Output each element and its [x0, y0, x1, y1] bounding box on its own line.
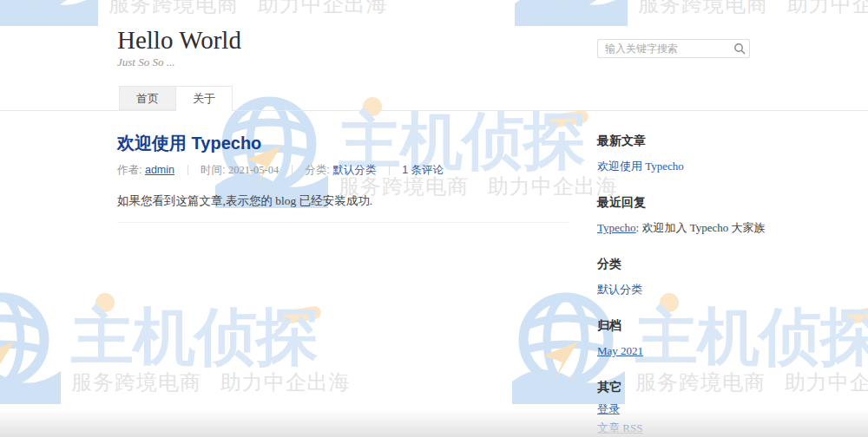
main-nav: 首页 关于 — [119, 86, 233, 111]
recent-comment-item: Typecho: 欢迎加入 Typecho 大家族 — [597, 222, 849, 233]
author-label: 作者: — [117, 164, 141, 176]
sidebar-section-recent-comments: 最近回复 Typecho: 欢迎加入 Typecho 大家族 — [597, 196, 849, 233]
sidebar-section-categories: 分类 默认分类 — [597, 258, 849, 295]
sidebar-heading-categories: 分类 — [597, 258, 849, 270]
nav-tab-home[interactable]: 首页 — [119, 86, 175, 110]
category-link[interactable]: 默认分类 — [332, 164, 376, 176]
category-sidebar-link[interactable]: 默认分类 — [597, 284, 849, 295]
post-meta: 作者: admin 时间: 2021-05-04 分类: 默认分类 1 条评论 — [117, 163, 569, 178]
meta-separator — [292, 165, 293, 175]
comment-author-link[interactable]: Typecho — [597, 221, 636, 234]
post-body: 如果您看到这篇文章,表示您的 blog 已经安装成功. — [117, 192, 569, 210]
comment-text: : 欢迎加入 Typecho 大家族 — [636, 221, 766, 234]
author-link[interactable]: admin — [145, 164, 174, 176]
search-form — [597, 39, 750, 58]
post-date: 2021-05-04 — [228, 164, 279, 176]
sidebar-section-archives: 归档 May 2021 — [597, 319, 849, 356]
login-link[interactable]: 登录 — [597, 403, 849, 414]
nav-tab-about[interactable]: 关于 — [175, 86, 233, 111]
site-subtitle: Just So So ... — [117, 55, 174, 69]
meta-separator — [187, 165, 188, 175]
sidebar: 最新文章 欢迎使用 Typecho 最近回复 Typecho: 欢迎加入 Typ… — [597, 134, 849, 437]
post-divider — [117, 222, 569, 223]
latest-post-link[interactable]: 欢迎使用 Typecho — [597, 160, 849, 172]
sidebar-section-misc: 其它 登录 文章 RSS — [597, 381, 849, 434]
post-title-link[interactable]: 欢迎使用 Typecho — [117, 134, 261, 153]
date-label: 时间: — [201, 164, 225, 176]
sidebar-section-latest-posts: 最新文章 欢迎使用 Typecho — [597, 134, 849, 172]
rss-link[interactable]: 文章 RSS — [597, 422, 849, 434]
comments-link[interactable]: 1 条评论 — [402, 164, 444, 176]
post-title: 欢迎使用 Typecho — [117, 133, 569, 153]
sidebar-heading-recent-comments: 最近回复 — [597, 196, 849, 208]
category-label: 分类: — [305, 164, 329, 176]
page-root: 主机侦探 服务跨境电商 助力中企出海 主机侦探 服务跨境电商 助力中企出海 — [0, 0, 868, 437]
sidebar-heading-misc: 其它 — [597, 381, 849, 393]
site-title[interactable]: Hello World — [117, 26, 241, 55]
sidebar-heading-archives: 归档 — [597, 319, 849, 331]
meta-separator — [389, 165, 390, 175]
post-list: 欢迎使用 Typecho 作者: admin 时间: 2021-05-04 分类… — [117, 126, 569, 210]
search-input[interactable] — [597, 39, 750, 58]
archive-link[interactable]: May 2021 — [597, 345, 849, 356]
sidebar-heading-latest-posts: 最新文章 — [597, 134, 849, 147]
search-icon[interactable] — [733, 42, 746, 55]
